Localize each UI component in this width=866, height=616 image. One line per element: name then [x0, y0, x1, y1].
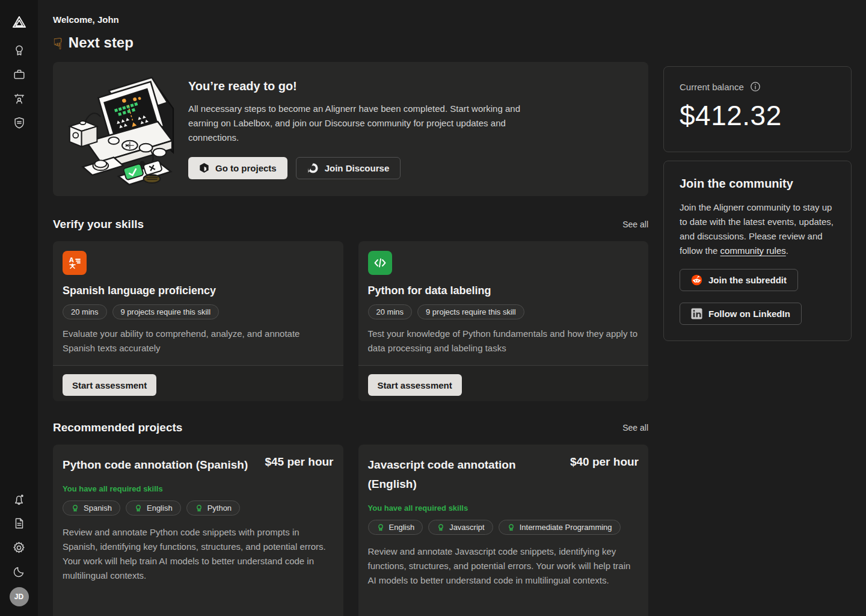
skill-pill: Spanish [63, 500, 120, 516]
medal-icon [376, 523, 385, 532]
notifications-bell-icon[interactable] [7, 487, 31, 511]
settings-gear-icon[interactable] [7, 535, 31, 559]
project-rate: $40 per hour [570, 455, 639, 494]
main-column: Welcome, John ☟ Next step [53, 14, 648, 616]
skill-pill: Intermediate Programming [499, 520, 621, 535]
skill-description: Test your knowledge of Python fundamenta… [368, 327, 639, 356]
pointing-down-emoji-icon: ☟ [53, 36, 63, 52]
community-rules-link[interactable]: community rules [720, 245, 786, 256]
follow-linkedin-label: Follow on LinkedIn [708, 309, 790, 319]
skill-pill-label: Spanish [84, 504, 112, 513]
skill-pill-label: Python [207, 504, 232, 513]
skill-description: Evaluate your ability to comprehend, ana… [63, 327, 334, 356]
projects-require-pill: 9 projects require this skill [417, 304, 524, 319]
join-subreddit-label: Join the subreddit [708, 275, 787, 285]
follow-linkedin-button[interactable]: Follow on LinkedIn [680, 303, 802, 325]
join-discourse-label: Join Discourse [325, 163, 390, 173]
medal-icon [134, 504, 143, 513]
hero-description: All necessary steps to become an Aligner… [188, 102, 552, 145]
start-assessment-button[interactable]: Start assessment [368, 374, 462, 396]
balance-amount: $412.32 [680, 99, 835, 132]
arcade-machine-illustration [53, 72, 188, 187]
code-icon [368, 251, 392, 275]
current-balance-card: Current balance $412.32 [663, 66, 852, 152]
skill-pill-label: Javascript [449, 523, 485, 532]
medal-icon [437, 523, 445, 532]
next-step-title: Next step [69, 34, 134, 51]
right-column: Current balance $412.32 Join the communi… [663, 66, 852, 341]
recommended-projects-heading: Recommended projects [53, 421, 182, 434]
briefcase-icon[interactable] [7, 63, 31, 87]
info-icon[interactable] [750, 81, 761, 92]
skill-pill-label: English [389, 523, 415, 532]
skill-card-python: Python for data labeling 20 mins 9 proje… [358, 241, 649, 401]
skill-pill: English [126, 500, 181, 516]
balance-label: Current balance [680, 82, 744, 92]
discourse-icon [307, 162, 319, 174]
medal-icon [507, 523, 515, 532]
join-discourse-button[interactable]: Join Discourse [296, 157, 401, 179]
shield-badge-icon[interactable] [7, 111, 31, 135]
welcome-text: Welcome, John [53, 14, 648, 25]
skill-pill-label: Intermediate Programming [520, 523, 612, 532]
medal-icon [195, 504, 203, 513]
medal-icon[interactable] [7, 38, 31, 63]
project-title: Python code annotation (Spanish) [63, 455, 248, 475]
hero-title: You’re ready to go! [188, 79, 552, 93]
community-title: Join the community [680, 177, 835, 191]
join-community-card: Join the community Join the Alignerr com… [663, 161, 852, 341]
project-title: Javascript code annotation (English) [368, 455, 556, 494]
go-to-projects-button[interactable]: Go to projects [188, 157, 287, 179]
translate-icon: A [63, 251, 87, 275]
labelbox-cube-icon [199, 162, 209, 173]
start-assessment-button[interactable]: Start assessment [63, 374, 156, 396]
required-skills-note: You have all required skills [368, 504, 639, 513]
ready-to-go-card: You’re ready to go! All necessary steps … [53, 62, 648, 196]
reddit-icon [691, 274, 702, 286]
project-rate: $45 per hour [265, 455, 333, 475]
skill-pill-label: English [147, 504, 173, 513]
skill-title: Python for data labeling [368, 285, 639, 297]
skill-card-spanish: A Spanish language proficiency 20 mins 9… [53, 241, 343, 401]
workspace-icon[interactable] [7, 87, 31, 111]
join-subreddit-button[interactable]: Join the subreddit [680, 269, 798, 291]
projects-require-pill: 9 projects require this skill [112, 304, 220, 319]
community-description: Join the Alignerr community to stay up t… [680, 200, 835, 258]
dark-mode-moon-icon[interactable] [7, 559, 31, 584]
project-description: Review and annotate Python code snippets… [63, 525, 334, 583]
projects-see-all-link[interactable]: See all [622, 423, 648, 433]
skill-pill: Python [186, 500, 240, 516]
required-skills-note: You have all required skills [63, 484, 334, 493]
community-text-after: . [786, 245, 788, 256]
skill-pill: English [368, 520, 423, 535]
project-card-javascript-english[interactable]: Javascript code annotation (English) $40… [358, 445, 649, 616]
medal-icon [71, 504, 79, 513]
skill-pill: Javascript [428, 520, 493, 535]
go-to-projects-label: Go to projects [215, 163, 277, 173]
svg-text:A: A [69, 257, 74, 263]
project-description: Review and annotate Javascript code snip… [368, 544, 639, 588]
verify-skills-heading: Verify your skills [53, 218, 144, 231]
next-step-heading: ☟ Next step [53, 34, 648, 51]
alignerr-logo[interactable] [7, 11, 31, 35]
duration-pill: 20 mins [63, 304, 107, 319]
linkedin-icon [691, 308, 702, 319]
left-sidebar: JD [0, 0, 38, 616]
project-card-python-spanish[interactable]: Python code annotation (Spanish) $45 per… [53, 445, 343, 616]
duration-pill: 20 mins [368, 304, 413, 319]
document-icon[interactable] [7, 511, 31, 535]
skill-title: Spanish language proficiency [63, 285, 334, 297]
user-avatar[interactable]: JD [10, 587, 29, 606]
skills-see-all-link[interactable]: See all [622, 220, 648, 229]
